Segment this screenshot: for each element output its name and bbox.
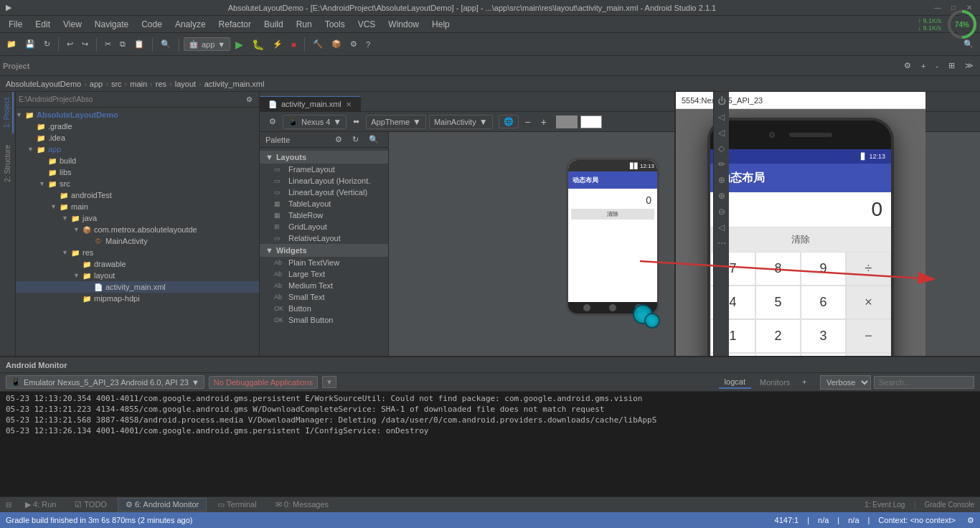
right-zoom-in-btn[interactable]: ⊕	[715, 189, 728, 202]
calc-btn-8[interactable]: 8	[755, 252, 801, 286]
palette-plain-textview[interactable]: Ab Plain TextView	[260, 257, 388, 268]
emulator-selector[interactable]: 📱 Emulator Nexus_5_API_23 Android 6.0, A…	[6, 375, 204, 389]
tb-gradle[interactable]: 🔨	[309, 37, 326, 51]
menu-navigate[interactable]: Navigate	[89, 18, 134, 31]
xml-tab-close[interactable]: ✕	[346, 100, 352, 108]
tb-sdk[interactable]: 📦	[328, 37, 345, 51]
nav-icon2[interactable]: +	[918, 60, 929, 72]
tree-item-root[interactable]: ▼ 📁 AbsoluteLayoutDemo	[16, 109, 259, 121]
menu-edit[interactable]: Edit	[29, 18, 56, 31]
calc-btn-6[interactable]: 6	[801, 286, 846, 319]
palette-layouts-section[interactable]: ▼ Layouts	[260, 151, 388, 164]
bc-app[interactable]: app	[90, 80, 103, 88]
right-more-btn[interactable]: ⋯	[715, 237, 728, 250]
app-run-config-dropdown[interactable]: 🤖 app ▼	[184, 37, 230, 51]
gradle-console-link[interactable]: Gradle Console	[925, 501, 974, 509]
calc-btn-9[interactable]: 9	[801, 252, 846, 286]
todo-tab[interactable]: ☑ TODO	[67, 498, 114, 512]
log-search-input[interactable]	[874, 376, 974, 389]
attach-debugger[interactable]: ⚡	[269, 37, 286, 51]
tb-undo[interactable]: ↩	[63, 37, 77, 51]
palette-search[interactable]: 🔍	[365, 133, 382, 146]
tree-item-package[interactable]: ▼ 📦 com.metrox.absolutelayoutde	[16, 224, 259, 235]
tree-item-mainactivity[interactable]: © MainActivity	[16, 235, 259, 247]
zoom-out[interactable]: −	[522, 114, 534, 130]
nav-icon4[interactable]: ⊞	[945, 59, 958, 72]
device-dropdown[interactable]: 📱 Nexus 4 ▼	[283, 115, 347, 129]
right-power-btn[interactable]: ⏻	[715, 95, 728, 108]
tree-item-gradle[interactable]: 📁 .gradle	[16, 121, 259, 132]
right-vol-up-btn[interactable]: ◁	[715, 110, 728, 123]
status-settings-icon[interactable]: ⚙	[967, 516, 974, 525]
tree-item-drawable[interactable]: 📁 drawable	[16, 258, 259, 270]
tb-paste[interactable]: 📋	[131, 37, 148, 51]
menu-help[interactable]: Help	[426, 18, 456, 31]
tree-item-layout[interactable]: ▼ 📁 layout	[16, 270, 259, 281]
et-config-icon[interactable]: ⚙	[265, 115, 280, 128]
menu-code[interactable]: Code	[136, 18, 168, 31]
calc-btn-5[interactable]: 5	[755, 286, 801, 319]
palette-gridlayout[interactable]: ⊞ GridLayout	[260, 221, 388, 232]
tb-redo[interactable]: ↪	[78, 37, 92, 51]
calc-btn-3[interactable]: 3	[801, 319, 846, 353]
calc-clear-button[interactable]: 清除	[710, 227, 891, 252]
tb-search[interactable]: 🔍	[157, 37, 174, 51]
tree-settings[interactable]: ⚙	[242, 93, 256, 105]
palette-medium-text[interactable]: Ab Medium Text	[260, 280, 388, 291]
tb-save[interactable]: 💾	[22, 37, 39, 51]
palette-small-button[interactable]: OK Small Button	[260, 314, 388, 326]
palette-linearlayout-v[interactable]: ▭ LinearLayout (Vertical)	[260, 187, 388, 198]
preview-bg-dark[interactable]	[556, 116, 578, 128]
run-button[interactable]: ▶	[232, 37, 247, 52]
status-dropdown-btn[interactable]: ▼	[322, 376, 336, 388]
menu-run[interactable]: Run	[291, 18, 318, 31]
calc-btn-minus[interactable]: −	[846, 319, 891, 353]
palette-button[interactable]: OK Button	[260, 303, 388, 314]
tree-item-res[interactable]: ▼ 📁 res	[16, 247, 259, 258]
bc-src[interactable]: src	[111, 80, 122, 88]
right-zoom-out-btn[interactable]: ⊖	[715, 205, 728, 218]
palette-large-text[interactable]: Ab Large Text	[260, 268, 388, 280]
palette-linearlayout-h[interactable]: ▭ LinearLayout (Horizont.	[260, 175, 388, 187]
calc-btn-2[interactable]: 2	[755, 319, 801, 353]
log-level-dropdown[interactable]: Verbose Debug Info Warn Error	[820, 375, 871, 390]
right-vol-down-btn[interactable]: ◁	[715, 126, 728, 139]
menu-tools[interactable]: Tools	[319, 18, 351, 31]
zoom-in[interactable]: +	[537, 114, 550, 130]
tree-item-java[interactable]: ▼ 📁 java	[16, 212, 259, 224]
calc-btn-multiply[interactable]: ×	[846, 286, 891, 319]
tree-item-build[interactable]: 📁 build	[16, 155, 259, 166]
palette-small-text[interactable]: Ab Small Text	[260, 291, 388, 303]
terminal-tab[interactable]: ▭ Terminal	[209, 498, 264, 512]
tree-item-androidtest[interactable]: 📁 androidTest	[16, 189, 259, 201]
tb-help[interactable]: ?	[362, 38, 374, 51]
palette-framelayout[interactable]: ▭ FrameLayout	[260, 164, 388, 175]
tree-item-main[interactable]: ▼ 📁 main	[16, 201, 259, 212]
logcat-tab[interactable]: logcat	[719, 376, 751, 389]
sidebar-structure-tab[interactable]: 2: Structure	[2, 139, 13, 188]
menu-window[interactable]: Window	[382, 18, 425, 31]
menu-view[interactable]: View	[57, 18, 88, 31]
menu-analyze[interactable]: Analyze	[169, 18, 212, 31]
monitors-plus[interactable]: +	[798, 377, 810, 387]
palette-refresh[interactable]: ↻	[349, 133, 362, 146]
tb-cut[interactable]: ✂	[101, 37, 115, 51]
theme-dropdown[interactable]: AppTheme ▼	[366, 115, 426, 129]
bc-activity-main[interactable]: activity_main.xml	[204, 80, 265, 88]
activity-dropdown[interactable]: MainActivity ▼	[429, 115, 493, 129]
tb-open[interactable]: 📁	[3, 37, 20, 51]
palette-widgets-section[interactable]: ▼ Widgets	[260, 244, 388, 257]
bc-absolutelayoutdemo[interactable]: AbsoluteLayoutDemo	[6, 80, 81, 88]
tb-refresh[interactable]: ↻	[40, 37, 54, 51]
stop-button[interactable]: ■	[288, 38, 300, 51]
tree-item-src[interactable]: ▼ 📁 src	[16, 178, 259, 189]
right-erase-btn[interactable]: ◇	[715, 142, 728, 155]
orientation-btn[interactable]: ⬌	[349, 115, 363, 128]
menu-refactor[interactable]: Refactor	[213, 18, 257, 31]
menu-build[interactable]: Build	[258, 18, 289, 31]
menu-vcs[interactable]: VCS	[352, 18, 382, 31]
palette-settings[interactable]: ⚙	[331, 133, 346, 146]
nav-icon3[interactable]: -	[932, 60, 942, 72]
bc-main[interactable]: main	[130, 80, 147, 88]
palette-tablerow[interactable]: ▦ TableRow	[260, 209, 388, 221]
